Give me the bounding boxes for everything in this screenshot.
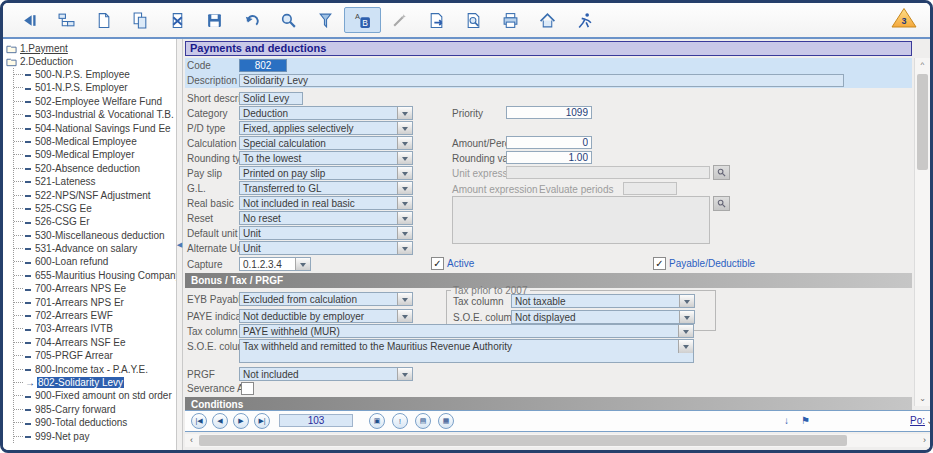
reset-dropdown[interactable]: No reset	[239, 211, 413, 225]
chevron-down-icon[interactable]	[397, 107, 412, 119]
tree-root-deduction[interactable]: 2.Deduction	[6, 55, 176, 68]
new-document-icon[interactable]	[85, 7, 122, 33]
short-description-input[interactable]	[239, 92, 303, 105]
chevron-down-icon[interactable]	[397, 137, 412, 149]
panel-splitter[interactable]: ◀	[176, 39, 183, 450]
chevron-down-icon[interactable]	[397, 197, 412, 209]
filter-icon[interactable]	[307, 7, 344, 33]
vertical-scroll-thumb[interactable]	[917, 74, 928, 170]
tree-item[interactable]: 900-Fixed amount on std order	[14, 389, 176, 402]
soe-column-dropdown[interactable]: Tax withheld and remitted to the Mauriti…	[239, 339, 694, 363]
tree-root-label[interactable]: 1.Payment	[20, 42, 68, 55]
payable-deductible-checkbox[interactable]	[653, 257, 666, 270]
scroll-up-arrow[interactable]: ^	[915, 58, 930, 72]
code-input[interactable]	[239, 59, 287, 72]
photo-icon[interactable]: ▣	[369, 413, 385, 429]
copy-icon[interactable]	[122, 7, 159, 33]
delete-icon[interactable]	[159, 7, 196, 33]
chevron-down-icon[interactable]	[397, 310, 412, 322]
chevron-down-icon[interactable]	[295, 258, 310, 270]
chevron-down-icon[interactable]	[397, 182, 412, 194]
run-icon[interactable]	[566, 7, 603, 33]
chevron-down-icon[interactable]	[397, 122, 412, 134]
active-checkbox[interactable]	[431, 257, 444, 270]
tree-item[interactable]: 990-Total deductions	[14, 416, 176, 429]
tree-item[interactable]: 531-Advance on salary	[14, 242, 176, 255]
tree-item[interactable]: 701-Arrears NPS Er	[14, 296, 176, 309]
tree-item[interactable]: 508-Medical Employee	[14, 135, 176, 148]
tree-root-payment[interactable]: 1.Payment	[6, 42, 176, 55]
tree-item[interactable]: 501-N.P.S. Employer	[14, 81, 176, 94]
exit-icon[interactable]	[11, 7, 48, 33]
tree-item[interactable]: 702-Arrears EWF	[14, 309, 176, 322]
pay-slip-dropdown[interactable]: Printed on pay slip	[239, 166, 413, 180]
scroll-left-arrow[interactable]: ‹	[185, 434, 198, 447]
calculation-type-dropdown[interactable]: Special calculation	[239, 136, 413, 150]
prior-soe-column-dropdown[interactable]: Not displayed	[511, 310, 695, 324]
tree-item[interactable]: 521-Lateness	[14, 175, 176, 188]
tree-item[interactable]: 504-National Savings Fund Ee	[14, 122, 176, 135]
tree-item[interactable]: 522-NPS/NSF Adjustment	[14, 189, 176, 202]
chevron-down-icon[interactable]	[397, 293, 412, 305]
rounding-type-dropdown[interactable]: To the lowest	[239, 151, 413, 165]
rounding-value-input[interactable]	[506, 151, 592, 164]
next-record-button[interactable]: ▶	[233, 413, 249, 429]
capture-dropdown[interactable]: 0.1.2.3.4	[239, 257, 311, 271]
alternate-unit-dropdown[interactable]: Unit	[239, 241, 413, 255]
amount-expression-lookup-button[interactable]	[713, 196, 730, 211]
first-record-button[interactable]: |◀	[191, 413, 207, 429]
prior-tax-column-dropdown[interactable]: Not taxable	[511, 294, 695, 308]
grid-icon[interactable]: ▤	[415, 413, 431, 429]
real-basic-dropdown[interactable]: Not included in real basic	[239, 196, 413, 210]
warning-badge[interactable]: 3	[890, 6, 918, 34]
priority-input[interactable]	[506, 106, 592, 119]
tree-item[interactable]: 525-CSG Ee	[14, 202, 176, 215]
home-icon[interactable]	[529, 7, 566, 33]
export-icon[interactable]	[418, 7, 455, 33]
tree-item[interactable]: 530-Miscellaneous deduction	[14, 229, 176, 242]
previous-record-button[interactable]: ◀	[212, 413, 228, 429]
tree-item[interactable]: 526-CSG Er	[14, 215, 176, 228]
exclamation-icon[interactable]: !	[392, 413, 408, 429]
chevron-down-icon[interactable]	[678, 325, 693, 337]
scroll-down-arrow[interactable]: ⌄	[915, 392, 930, 406]
tree-item[interactable]: 703-Arrears IVTB	[14, 322, 176, 335]
tax-column-dropdown[interactable]: PAYE withheld (MUR)	[239, 324, 694, 338]
amount-percent-input[interactable]	[506, 136, 592, 149]
tree-item[interactable]: 600-Loan refund	[14, 255, 176, 268]
tree-item[interactable]: 700-Arrears NPS Ee	[14, 282, 176, 295]
tree-item[interactable]: 655-Mauritius Housing Company	[14, 269, 176, 282]
magic-wand-icon[interactable]	[381, 7, 418, 33]
calendar-icon[interactable]: ▦	[438, 413, 454, 429]
tree-item[interactable]: 705-PRGF Arrear	[14, 349, 176, 362]
pd-type-dropdown[interactable]: Fixed, applies selectively	[239, 121, 413, 135]
category-dropdown[interactable]: Deduction	[239, 106, 413, 120]
chevron-down-icon[interactable]	[397, 368, 412, 380]
tree-item[interactable]: 520-Absence deduction	[14, 162, 176, 175]
chevron-down-icon[interactable]	[397, 152, 412, 164]
unit-expression-lookup-button[interactable]	[713, 165, 730, 180]
vertical-scrollbar[interactable]: ^ ⌄	[914, 58, 930, 406]
sort-abc-icon[interactable]: AB	[344, 7, 381, 33]
tree-item[interactable]: 800-Income tax - P.A.Y.E.	[14, 363, 176, 376]
undo-icon[interactable]	[233, 7, 270, 33]
tree-item[interactable]: 502-Employee Welfare Fund	[14, 95, 176, 108]
prgf-dropdown[interactable]: Not included	[239, 367, 413, 381]
default-unit-dropdown[interactable]: Unit	[239, 226, 413, 240]
print-icon[interactable]	[492, 7, 529, 33]
tree-item[interactable]: 503-Industrial & Vocational T.B.	[14, 108, 176, 121]
tree-item[interactable]: 985-Carry forward	[14, 403, 176, 416]
print-preview-icon[interactable]	[455, 7, 492, 33]
hierarchy-icon[interactable]	[48, 7, 85, 33]
tree-item[interactable]: 704-Arrears NSF Ee	[14, 336, 176, 349]
horizontal-scrollbar[interactable]: ‹ ›	[185, 434, 931, 447]
chevron-down-icon[interactable]	[678, 340, 693, 353]
horizontal-scroll-thumb[interactable]	[199, 435, 847, 446]
description-input[interactable]	[239, 74, 844, 87]
chevron-down-icon[interactable]	[679, 311, 694, 323]
eyb-payable-dropdown[interactable]: Excluded from calculation	[239, 292, 413, 306]
chevron-down-icon[interactable]: ⌄	[926, 415, 933, 426]
down-arrow-icon[interactable]: ↓	[784, 415, 789, 426]
gl-dropdown[interactable]: Transferred to GL	[239, 181, 413, 195]
tree-item[interactable]: 509-Medical Employer	[14, 148, 176, 161]
